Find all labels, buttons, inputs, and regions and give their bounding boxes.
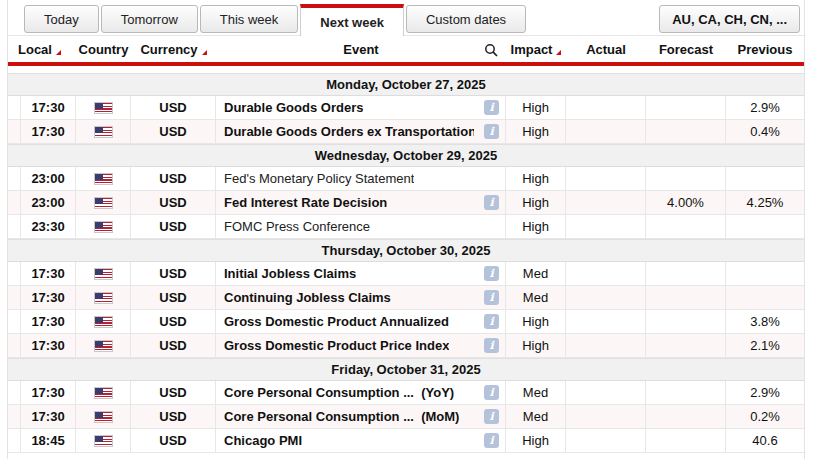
event-name: Gross Domestic Product Annualized — [224, 314, 449, 329]
event-name: FOMC Press Conference — [224, 219, 370, 234]
tab-custom-dates[interactable]: Custom dates — [406, 5, 526, 33]
tab-today[interactable]: Today — [24, 5, 99, 33]
info-icon[interactable]: i — [484, 195, 499, 210]
currency-cell: USD — [131, 191, 216, 214]
time-cell: 23:00 — [20, 191, 76, 214]
impact-cell: High — [506, 96, 566, 119]
country-cell — [76, 310, 131, 333]
time-cell: 17:30 — [20, 262, 76, 285]
time-cell: 17:30 — [20, 120, 76, 143]
previous-cell: 3.8% — [726, 310, 804, 333]
column-header-currency-label: Currency — [140, 42, 197, 57]
event-row: 17:30 USD Core Personal Consumption ... … — [8, 405, 804, 429]
previous-cell — [726, 262, 804, 285]
previous-cell: 40.6 — [726, 429, 804, 452]
us-flag-icon — [94, 387, 113, 399]
currency-cell: USD — [131, 429, 216, 452]
forecast-cell — [646, 96, 726, 119]
country-cell — [76, 96, 131, 119]
us-flag-icon — [94, 102, 113, 114]
country-cell — [76, 334, 131, 357]
time-cell: 23:30 — [20, 215, 76, 238]
impact-cell: High — [506, 334, 566, 357]
currency-cell: USD — [131, 167, 216, 190]
info-icon[interactable]: i — [484, 100, 499, 115]
tab-bar: TodayTomorrowThis weekNext weekCustom da… — [8, 0, 804, 36]
column-header-local[interactable]: Local — [8, 36, 76, 62]
column-header-country: Country — [76, 36, 131, 62]
forecast-cell — [646, 215, 726, 238]
forecast-cell — [646, 167, 726, 190]
event-cell: Core Personal Consumption ... (MoM) i — [216, 405, 506, 428]
impact-cell: Med — [506, 262, 566, 285]
event-name: Continuing Jobless Claims — [224, 290, 391, 305]
us-flag-icon — [94, 292, 113, 304]
event-row: 17:30 USD Durable Goods Orders ex Transp… — [8, 120, 804, 144]
us-flag-icon — [94, 316, 113, 328]
event-row: 18:45 USD Chicago PMI i High 40.6 — [8, 429, 804, 453]
info-icon[interactable]: i — [484, 290, 499, 305]
forecast-cell — [646, 310, 726, 333]
currency-cell: USD — [131, 381, 216, 404]
tab-this-week[interactable]: This week — [200, 5, 299, 33]
column-header-forecast: Forecast — [646, 36, 726, 62]
info-icon[interactable]: i — [484, 124, 499, 139]
impact-cell: High — [506, 120, 566, 143]
tab-next-week[interactable]: Next week — [300, 4, 404, 36]
impact-cell: High — [506, 167, 566, 190]
info-icon[interactable]: i — [484, 385, 499, 400]
event-cell: Chicago PMI i — [216, 429, 506, 452]
actual-cell — [566, 381, 646, 404]
currency-cell: USD — [131, 405, 216, 428]
time-cell: 18:45 — [20, 429, 76, 452]
info-icon[interactable]: i — [484, 409, 499, 424]
forecast-cell — [646, 120, 726, 143]
event-name: Initial Jobless Claims — [224, 266, 356, 281]
currency-cell: USD — [131, 334, 216, 357]
event-name: Gross Domestic Product Price Index — [224, 338, 449, 353]
country-filter-button[interactable]: AU, CA, CH, CN, ... — [659, 5, 800, 33]
sort-icon — [56, 50, 61, 55]
actual-cell — [566, 96, 646, 119]
currency-cell: USD — [131, 120, 216, 143]
event-cell: Durable Goods Orders i — [216, 96, 506, 119]
event-cell: Fed's Monetary Policy Statement — [216, 167, 506, 190]
info-icon[interactable]: i — [484, 266, 499, 281]
column-header-actual: Actual — [566, 36, 646, 62]
search-icon[interactable] — [484, 43, 498, 60]
forecast-cell: 4.00% — [646, 191, 726, 214]
column-header-impact[interactable]: Impact — [506, 36, 566, 62]
column-header-currency[interactable]: Currency — [131, 36, 216, 62]
impact-cell: High — [506, 215, 566, 238]
previous-cell: 2.9% — [726, 96, 804, 119]
info-icon[interactable]: i — [484, 338, 499, 353]
event-row: 17:30 USD Initial Jobless Claims i Med — [8, 262, 804, 286]
event-row: 23:30 USD FOMC Press Conference High — [8, 215, 804, 239]
previous-cell: 4.25% — [726, 191, 804, 214]
tab-tomorrow[interactable]: Tomorrow — [101, 5, 198, 33]
actual-cell — [566, 215, 646, 238]
previous-cell: 2.1% — [726, 334, 804, 357]
actual-cell — [566, 286, 646, 309]
table-header: Local Country Currency Event Impact Actu… — [8, 36, 804, 66]
info-icon[interactable]: i — [484, 433, 499, 448]
info-icon[interactable]: i — [484, 314, 499, 329]
us-flag-icon — [94, 126, 113, 138]
impact-cell: High — [506, 310, 566, 333]
impact-cell: High — [506, 429, 566, 452]
column-header-local-label: Local — [18, 42, 52, 57]
currency-cell: USD — [131, 215, 216, 238]
event-cell: Gross Domestic Product Annualized i — [216, 310, 506, 333]
time-cell: 17:30 — [20, 334, 76, 357]
time-cell: 17:30 — [20, 405, 76, 428]
previous-cell — [726, 167, 804, 190]
column-header-impact-label: Impact — [511, 42, 553, 57]
impact-cell: High — [506, 191, 566, 214]
date-range-tabs: TodayTomorrowThis weekNext weekCustom da… — [24, 4, 526, 33]
column-header-actual-label: Actual — [586, 42, 626, 57]
forecast-cell — [646, 334, 726, 357]
event-cell: Fed Interest Rate Decision i — [216, 191, 506, 214]
country-cell — [76, 215, 131, 238]
forecast-cell — [646, 286, 726, 309]
event-row: 23:00 USD Fed's Monetary Policy Statemen… — [8, 167, 804, 191]
